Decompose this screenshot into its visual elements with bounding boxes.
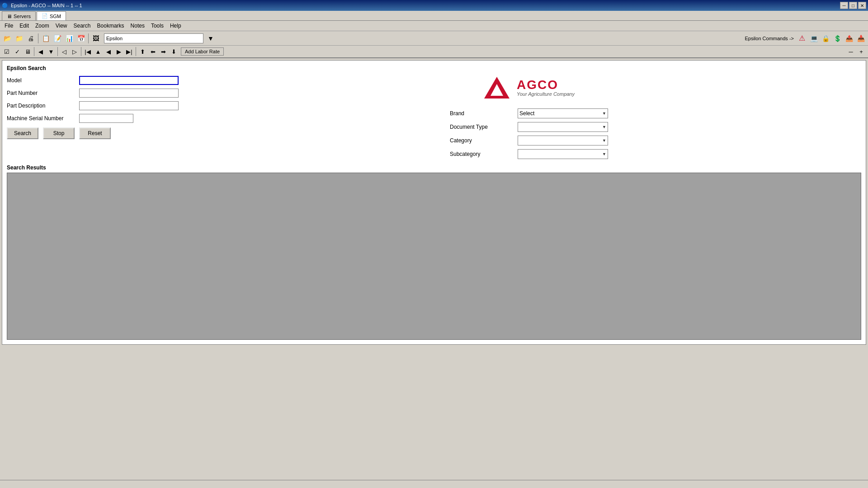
category-select[interactable] — [518, 136, 608, 145]
dropdown-arrow[interactable]: ▼ — [205, 33, 216, 44]
toolbar-btn-6[interactable]: 📊 — [64, 33, 75, 44]
serial-number-row: Machine Serial Number — [7, 114, 179, 123]
form-left: Model Part Number Part Description Machi… — [7, 76, 179, 159]
nav-down-btn[interactable]: ▼ — [46, 47, 56, 56]
nav-tick-btn[interactable]: ✓ — [12, 47, 22, 56]
part-description-row: Part Description — [7, 101, 179, 110]
toolbar-nav: ☑ ✓ 🖥 ◀ ▼ ◁ ▷ |◀ ▲ ◀ ▶ ▶| ⬆ ⬅ ➡ ⬇ Add La… — [0, 46, 868, 58]
agco-name: AGCO — [517, 79, 575, 91]
toolbar-btn-10[interactable]: 💻 — [808, 33, 819, 44]
toolbar-btn-12[interactable]: 💲 — [832, 33, 843, 44]
agco-logo: AGCO Your Agriculture Company — [483, 76, 575, 99]
model-input[interactable] — [79, 76, 179, 85]
minimize-button[interactable]: ─ — [840, 2, 848, 9]
brand-select-wrapper: Select — [518, 108, 608, 118]
serial-number-input[interactable] — [79, 114, 133, 123]
epsilon-dropdown[interactable]: Epsilon — [104, 33, 203, 43]
stop-button[interactable]: Stop — [43, 127, 75, 139]
model-label: Model — [7, 77, 79, 84]
nav-up3-btn[interactable]: ⬆ — [137, 47, 147, 56]
nav-separator-1 — [34, 47, 34, 56]
subcategory-select[interactable] — [518, 149, 608, 159]
form-right: AGCO Your Agriculture Company Brand Sele… — [197, 76, 861, 159]
menu-search[interactable]: Search — [71, 22, 94, 30]
menu-file[interactable]: File — [2, 22, 16, 30]
toolbar-btn-3[interactable]: 🖨 — [25, 33, 36, 44]
toolbar-btn-1[interactable]: 📂 — [2, 33, 13, 44]
nav-first-btn[interactable]: |◀ — [83, 47, 93, 56]
nav-down3-btn[interactable]: ⬇ — [169, 47, 179, 56]
menu-view[interactable]: View — [53, 22, 70, 30]
toolbar-btn-14[interactable]: 📥 — [855, 33, 866, 44]
part-description-label: Part Description — [7, 103, 79, 109]
app-icon: 🔵 — [2, 3, 8, 9]
menu-tools[interactable]: Tools — [148, 22, 166, 30]
nav-minus-btn[interactable]: ─ — [846, 47, 856, 56]
menu-zoom[interactable]: Zoom — [33, 22, 52, 30]
tab-bar: 🖥 Servers 📄 SGM — [0, 11, 868, 21]
category-select-wrapper — [518, 136, 608, 145]
toolbar-btn-7[interactable]: 📅 — [75, 33, 86, 44]
tab-servers[interactable]: 🖥 Servers — [2, 11, 36, 20]
filter-grid: Brand Select Document Type Category — [450, 108, 608, 159]
nav-separator-3 — [81, 47, 81, 56]
part-number-row: Part Number — [7, 89, 179, 98]
menu-edit[interactable]: Edit — [17, 22, 32, 30]
part-number-input[interactable] — [79, 89, 179, 98]
server-icon: 🖥 — [7, 14, 12, 19]
toolbar-main: 📂 📁 🖨 📋 📝 📊 📅 🖼 Epsilon ▼ Epsilon Comman… — [0, 31, 868, 46]
toolbar-btn-4[interactable]: 📋 — [40, 33, 51, 44]
document-type-select[interactable] — [518, 122, 608, 132]
agco-tagline: Your Agriculture Company — [517, 91, 575, 97]
menu-notes[interactable]: Notes — [128, 22, 147, 30]
main-content: Epsilon Search Model Part Number Part De… — [2, 60, 866, 345]
nav-last-btn[interactable]: ▶| — [124, 47, 134, 56]
reset-button[interactable]: Reset — [79, 127, 111, 139]
toolbar-btn-5[interactable]: 📝 — [52, 33, 63, 44]
nav-separator-2 — [57, 47, 58, 56]
nav-check-btn[interactable]: ☑ — [2, 47, 12, 56]
part-description-input[interactable] — [79, 101, 179, 110]
toolbar-separator-1 — [38, 33, 38, 43]
nav-leftbig-btn[interactable]: ⬅ — [148, 47, 158, 56]
nav-plus-btn[interactable]: + — [856, 47, 866, 56]
menu-help[interactable]: Help — [167, 22, 184, 30]
nav-left-btn[interactable]: ◁ — [59, 47, 69, 56]
subcategory-select-wrapper — [518, 149, 608, 159]
toolbar-btn-8[interactable]: 🖼 — [90, 33, 101, 44]
toolbar-btn-2[interactable]: 📁 — [14, 33, 24, 44]
toolbar-btn-11[interactable]: 🔒 — [820, 33, 831, 44]
brand-select[interactable]: Select — [518, 108, 608, 118]
nav-monitor-btn[interactable]: 🖥 — [23, 47, 33, 56]
menu-bookmarks[interactable]: Bookmarks — [94, 22, 127, 30]
toolbar-separator-2 — [88, 33, 89, 43]
nav-right2-btn[interactable]: ▶ — [114, 47, 124, 56]
nav-separator-4 — [136, 47, 136, 56]
brand-label: Brand — [450, 110, 513, 117]
search-form-area: Model Part Number Part Description Machi… — [7, 76, 861, 159]
button-row: Search Stop Reset — [7, 127, 179, 139]
menu-bar: File Edit Zoom View Search Bookmarks Not… — [0, 21, 868, 31]
window-controls: ─ □ ✕ — [840, 2, 866, 9]
title-bar: 🔵 Epsilon - AGCO -- MAIN -- 1 -- 1 ─ □ ✕ — [0, 0, 868, 11]
toolbar-btn-13[interactable]: 📤 — [844, 33, 854, 44]
epsilon-commands-label: Epsilon Commands -> — [745, 36, 794, 41]
window-title: Epsilon - AGCO -- MAIN -- 1 -- 1 — [11, 3, 82, 8]
tab-sgm[interactable]: 📄 SGM — [37, 11, 66, 20]
toolbar-warning-icon[interactable]: ⚠ — [797, 33, 807, 44]
search-results-area — [7, 173, 861, 340]
add-labor-rate-button[interactable]: Add Labor Rate — [181, 47, 224, 56]
search-button[interactable]: Search — [7, 127, 38, 139]
part-number-label: Part Number — [7, 90, 79, 96]
subcategory-label: Subcategory — [450, 151, 513, 157]
agco-triangle-icon — [483, 76, 510, 99]
sgm-icon: 📄 — [42, 13, 48, 19]
close-button[interactable]: ✕ — [858, 2, 866, 9]
nav-right-btn[interactable]: ▷ — [70, 47, 80, 56]
epsilon-search-title: Epsilon Search — [7, 65, 861, 71]
nav-left2-btn[interactable]: ◀ — [104, 47, 113, 56]
maximize-button[interactable]: □ — [849, 2, 857, 9]
nav-back-btn[interactable]: ◀ — [36, 47, 46, 56]
nav-up2-btn[interactable]: ▲ — [93, 47, 103, 56]
nav-rightbig-btn[interactable]: ➡ — [158, 47, 168, 56]
